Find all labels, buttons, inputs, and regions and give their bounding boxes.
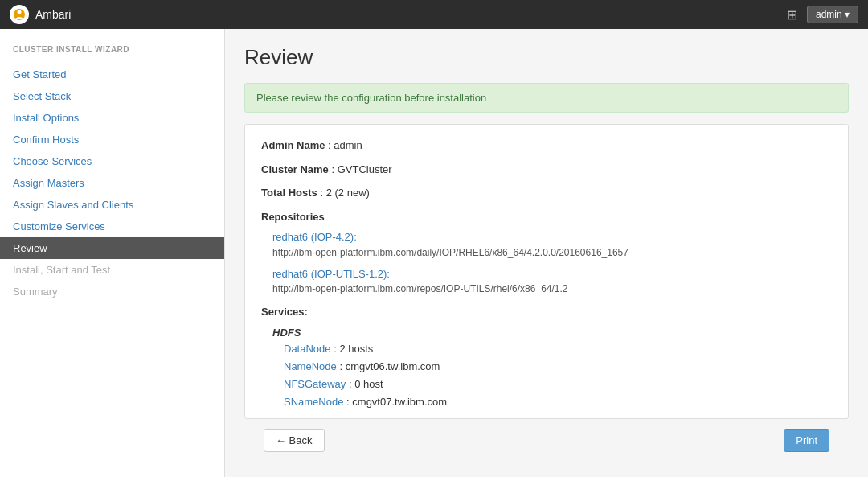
- sidebar-item-assign-masters[interactable]: Assign Masters: [0, 172, 224, 194]
- print-button[interactable]: Print: [784, 429, 829, 452]
- sidebar-item-select-stack[interactable]: Select Stack: [0, 85, 224, 107]
- service-group-hdfs: HDFS DataNode : 2 hosts NameNode : cmgvt…: [261, 325, 832, 412]
- review-panel: Admin Name : admin Cluster Name : GVTClu…: [244, 124, 849, 419]
- admin-button[interactable]: admin ▾: [807, 6, 858, 23]
- service-group-hdfs-name: HDFS: [272, 325, 832, 341]
- service-item-datanode: DataNode : 2 hosts: [284, 340, 832, 358]
- navbar-title: Ambari: [35, 8, 71, 21]
- cluster-name-colon: :: [331, 163, 337, 175]
- svg-point-1: [18, 10, 22, 14]
- nfsgateway-value: 0 host: [354, 378, 383, 390]
- sidebar-item-assign-slaves[interactable]: Assign Slaves and Clients: [0, 194, 224, 216]
- sidebar-item-install-start-test: Install, Start and Test: [0, 259, 224, 281]
- repo-0-url: http://ibm-open-platform.ibm.com/daily/I…: [272, 245, 832, 260]
- namenode-value: cmgvt06.tw.ibm.com: [346, 360, 440, 372]
- cluster-name-row: Cluster Name : GVTCluster: [261, 162, 832, 178]
- page-title: Review: [244, 45, 849, 70]
- snamenode-label: SNameNode: [284, 396, 343, 408]
- main-layout: CLUSTER INSTALL WIZARD Get Started Selec…: [0, 29, 868, 477]
- service-group-yarn: YARN + MapReduce2 App Timeline Server : …: [261, 416, 832, 418]
- sidebar-item-review[interactable]: Review: [0, 237, 224, 259]
- services-label: Services:: [261, 304, 832, 320]
- back-button[interactable]: ← Back: [264, 429, 325, 452]
- cluster-name-value: GVTCluster: [338, 163, 392, 175]
- sidebar-item-choose-services[interactable]: Choose Services: [0, 150, 224, 172]
- apps-icon[interactable]: ⊞: [787, 7, 797, 23]
- navbar-brand: Ambari: [10, 5, 71, 24]
- sidebar-item-confirm-hosts[interactable]: Confirm Hosts: [0, 129, 224, 150]
- sidebar-item-install-options[interactable]: Install Options: [0, 107, 224, 129]
- datanode-label: DataNode: [284, 343, 331, 355]
- repo-1: redhat6 (IOP-UTILS-1.2): http://ibm-open…: [272, 266, 832, 297]
- services-section: Services: HDFS DataNode : 2 hosts NameNo…: [261, 304, 832, 418]
- total-hosts-label: Total Hosts: [261, 187, 317, 199]
- repo-1-url: http://ibm-open-platform.ibm.com/repos/I…: [272, 282, 832, 296]
- repositories-label: Repositories: [261, 209, 832, 225]
- navbar-logo: [10, 5, 29, 24]
- namenode-colon: :: [339, 360, 345, 372]
- cluster-name-label: Cluster Name: [261, 163, 329, 175]
- navbar-right: ⊞ admin ▾: [787, 6, 858, 23]
- namenode-label: NameNode: [284, 360, 337, 372]
- repo-0: redhat6 (IOP-4.2): http://ibm-open-platf…: [272, 229, 832, 260]
- snamenode-value: cmgvt07.tw.ibm.com: [352, 396, 447, 408]
- review-scroll-area[interactable]: Admin Name : admin Cluster Name : GVTClu…: [245, 125, 848, 418]
- content-area: Review Please review the configuration b…: [225, 29, 868, 477]
- nfsgateway-label: NFSGateway: [284, 378, 346, 390]
- repo-1-name[interactable]: redhat6 (IOP-UTILS-1.2):: [272, 268, 390, 280]
- service-item-snamenode: SNameNode : cmgvt07.tw.ibm.com: [284, 393, 832, 411]
- service-group-yarn-name: YARN + MapReduce2: [272, 416, 832, 418]
- service-item-namenode: NameNode : cmgvt06.tw.ibm.com: [284, 358, 832, 376]
- sidebar-item-summary: Summary: [0, 281, 224, 302]
- sidebar-section-title: CLUSTER INSTALL WIZARD: [0, 45, 224, 64]
- total-hosts-colon: :: [320, 187, 326, 199]
- repositories-section: Repositories redhat6 (IOP-4.2): http://i…: [261, 209, 832, 297]
- datanode-value: 2 hosts: [339, 343, 373, 355]
- admin-name-row: Admin Name : admin: [261, 138, 832, 154]
- footer-bar: ← Back Print: [244, 419, 849, 462]
- total-hosts-row: Total Hosts : 2 (2 new): [261, 185, 832, 201]
- admin-name-label: Admin Name: [261, 139, 325, 151]
- sidebar-item-get-started[interactable]: Get Started: [0, 64, 224, 85]
- info-message: Please review the configuration before i…: [244, 83, 849, 113]
- navbar: Ambari ⊞ admin ▾: [0, 0, 868, 29]
- sidebar-item-customize-services[interactable]: Customize Services: [0, 216, 224, 237]
- repo-0-name[interactable]: redhat6 (IOP-4.2):: [272, 231, 357, 243]
- service-item-nfsgateway: NFSGateway : 0 host: [284, 376, 832, 393]
- total-hosts-value: 2 (2 new): [326, 187, 370, 199]
- sidebar: CLUSTER INSTALL WIZARD Get Started Selec…: [0, 29, 225, 477]
- admin-name-value: admin: [334, 139, 362, 151]
